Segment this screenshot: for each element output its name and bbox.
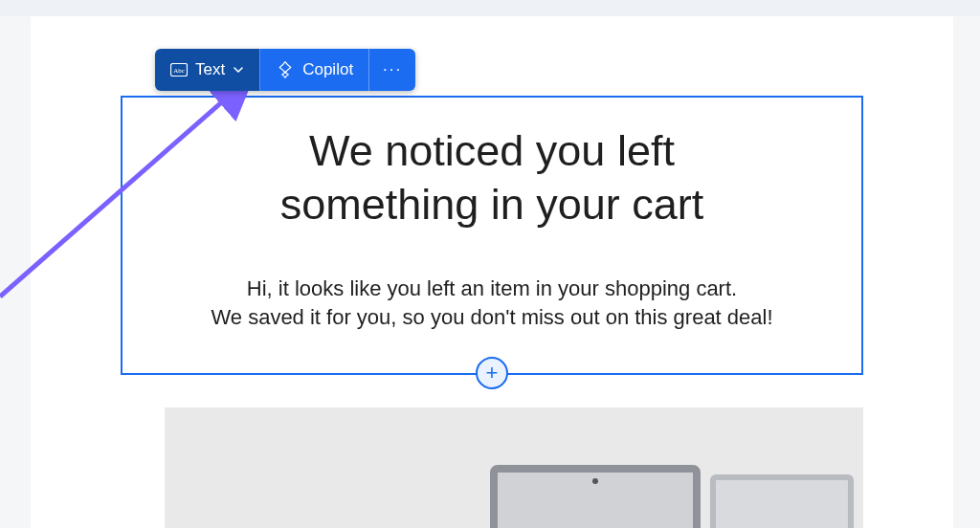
product-laptop-graphic [490, 465, 701, 528]
body-line-2: We saved it for you, so you don't miss o… [161, 303, 823, 333]
headline[interactable]: We noticed you left something in your ca… [161, 124, 823, 232]
plus-icon: + [486, 363, 499, 384]
copilot-button[interactable]: Copilot [259, 49, 368, 91]
text-format-dropdown[interactable]: Abc Text [155, 49, 259, 91]
selected-text-block[interactable]: We noticed you left something in your ca… [121, 96, 863, 375]
copilot-label: Copilot [302, 60, 353, 79]
more-horizontal-icon: ··· [383, 60, 402, 79]
copilot-icon [276, 60, 295, 79]
text-dropdown-label: Text [195, 60, 225, 79]
block-toolbar: Abc Text Copilot ··· [155, 49, 415, 91]
more-actions-button[interactable]: ··· [368, 49, 415, 91]
product-tablet-graphic [710, 474, 854, 528]
editor-canvas: Abc Text Copilot ··· We noticed yo [31, 16, 953, 528]
text-badge-icon: Abc [170, 63, 188, 77]
svg-text:Abc: Abc [173, 67, 185, 75]
headline-line-1: We noticed you left [161, 124, 823, 178]
chevron-down-icon [233, 64, 244, 76]
body-text[interactable]: Hi, it looks like you left an item in yo… [161, 275, 823, 334]
add-block-button[interactable]: + [476, 357, 508, 389]
product-image-block[interactable] [165, 407, 863, 528]
body-line-1: Hi, it looks like you left an item in yo… [161, 275, 823, 304]
app-header-strip [0, 0, 980, 16]
headline-line-2: something in your cart [161, 178, 823, 231]
